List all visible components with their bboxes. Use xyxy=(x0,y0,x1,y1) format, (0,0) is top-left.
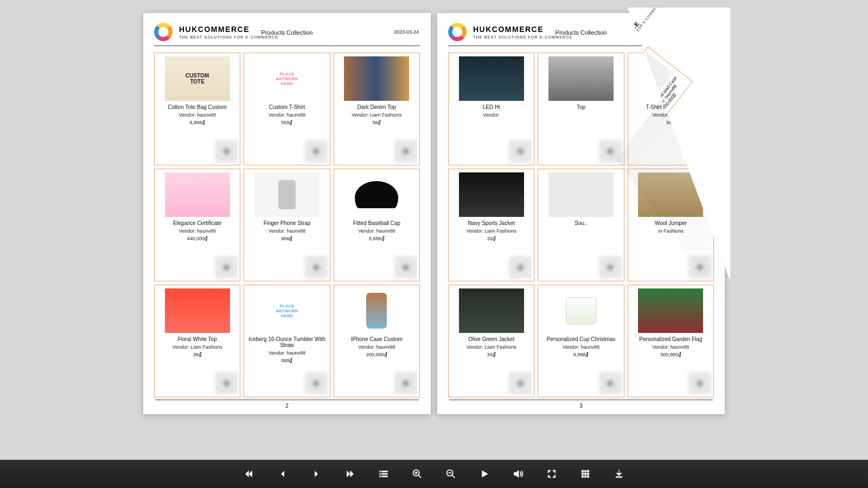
zoom-out-button[interactable] xyxy=(443,466,458,481)
product-card[interactable]: Navy Sports Jacket Vendor: Liam Fashions… xyxy=(448,169,534,281)
product-vendor: Vendor: haunv88 xyxy=(179,228,216,234)
product-card[interactable]: Fitted Baseball Cap Vendor: haunv88 8,88… xyxy=(334,169,420,281)
add-icon[interactable] xyxy=(509,256,532,279)
toc-button[interactable] xyxy=(376,466,391,481)
product-vendor: Vendor: haunv88 xyxy=(358,344,395,350)
product-vendor: Vendor: haunv88 xyxy=(269,228,305,234)
product-thumb xyxy=(638,172,703,217)
page-number: 2 xyxy=(155,400,419,409)
add-icon[interactable] xyxy=(599,140,622,163)
product-vendor: m Fashions xyxy=(658,228,684,234)
product-title: Dark Denim Top xyxy=(358,104,397,110)
product-title: Floral White Top xyxy=(178,336,217,342)
product-card[interactable]: Personalized Garden Flag Vendor: haunv88… xyxy=(628,285,714,397)
product-title: T-Shirt Product Base xyxy=(646,104,695,110)
next-page-button[interactable] xyxy=(309,466,324,481)
add-icon[interactable] xyxy=(215,256,238,279)
product-card[interactable]: Cotton Tote Bag Custom Vendor: haunv88 8… xyxy=(154,53,240,165)
product-vendor: Vendor: haunv88 xyxy=(652,344,689,350)
product-vendor: Vendor: xyxy=(483,112,500,118)
product-price: 555₫ xyxy=(281,120,292,125)
product-price: 39₫ xyxy=(372,120,381,125)
product-vendor: Vendor: haunv88 xyxy=(179,112,216,118)
product-price: 888₫ xyxy=(281,358,292,363)
last-page-button[interactable] xyxy=(342,466,358,481)
product-title: Top xyxy=(577,104,585,110)
product-thumb xyxy=(344,288,409,333)
add-icon[interactable] xyxy=(688,256,711,279)
product-vendor: Vendor: Liam Fashions xyxy=(467,228,516,234)
product-price: 8,888₫ xyxy=(189,120,205,125)
section-title: Products Collection xyxy=(437,29,725,36)
add-icon[interactable] xyxy=(215,140,238,163)
product-price: 8,888₫ xyxy=(369,236,385,241)
add-icon[interactable] xyxy=(305,256,328,279)
product-card[interactable]: Top xyxy=(538,53,624,165)
prev-page-button[interactable] xyxy=(275,466,290,481)
product-price: 33₫ xyxy=(487,236,496,241)
first-page-button[interactable] xyxy=(241,466,257,481)
product-title: Personalized Garden Flag xyxy=(639,336,702,342)
product-title: Olive Green Jacket xyxy=(468,336,514,342)
add-icon[interactable] xyxy=(305,140,328,163)
add-icon[interactable] xyxy=(394,372,417,395)
product-card[interactable]: Wool Jumper m Fashions xyxy=(628,169,714,281)
add-icon[interactable] xyxy=(599,372,622,395)
product-vendor: Vendor: haunv88 xyxy=(652,112,689,118)
download-button[interactable] xyxy=(611,466,627,481)
add-icon[interactable] xyxy=(305,372,328,395)
product-vendor: Vendor: haunv88 xyxy=(358,228,395,234)
product-title: IPhone Case Custom xyxy=(351,336,403,342)
sound-button[interactable] xyxy=(510,466,526,481)
product-title: LED Hi xyxy=(483,104,500,110)
product-thumb xyxy=(344,172,409,217)
product-price: 8,888₫ xyxy=(573,352,589,357)
product-thumb xyxy=(165,288,230,333)
product-price: 34₫ xyxy=(487,352,496,357)
product-card[interactable]: Personalized Cup Christmas Vendor: haunv… xyxy=(538,285,624,397)
add-icon[interactable] xyxy=(509,372,532,395)
product-price: 200,000₫ xyxy=(366,352,387,357)
product-thumb xyxy=(459,56,524,101)
add-icon[interactable] xyxy=(688,372,711,395)
product-card[interactable]: Floral White Top Vendor: Liam Fashions 3… xyxy=(154,285,240,397)
product-thumb xyxy=(459,172,524,217)
page-left: HUKCOMMERCE THE BEST SOLUTIONS FOR E-COM… xyxy=(143,13,431,414)
product-price: 300,000₫ xyxy=(660,352,681,357)
product-card[interactable]: Custom T-Shirt Vendor: haunv88 555₫ xyxy=(244,53,330,165)
product-price: 440,000₫ xyxy=(187,236,208,241)
product-card[interactable]: LED Hi Vendor: xyxy=(448,53,534,165)
product-title: Personalized Cup Christmas xyxy=(547,336,616,342)
page-number: 3 xyxy=(449,400,713,409)
add-icon[interactable] xyxy=(215,372,238,395)
add-icon[interactable] xyxy=(394,256,417,279)
viewer-stage: HUKCOMMERCE THE BEST SOLUTIONS FOR E-COM… xyxy=(0,0,868,488)
zoom-in-button[interactable] xyxy=(410,466,425,481)
product-grid: LED Hi Vendor: Top T-Shirt Product Base … xyxy=(448,53,714,397)
product-vendor: Vendor: haunv88 xyxy=(269,112,305,118)
product-card[interactable]: IPhone Case Custom Vendor: haunv88 200,0… xyxy=(334,285,420,397)
product-title: Finger Phone Strap xyxy=(264,220,311,226)
product-card[interactable]: Elegance Certificate Vendor: haunv88 440… xyxy=(154,169,240,281)
fullscreen-button[interactable] xyxy=(544,466,559,481)
page-date: 2023-03-24 xyxy=(688,29,713,35)
play-button[interactable] xyxy=(477,466,492,481)
section-title: Products Collection xyxy=(143,29,431,36)
add-icon[interactable] xyxy=(688,140,711,163)
product-card[interactable]: Olive Green Jacket Vendor: Liam Fashions… xyxy=(448,285,534,397)
product-thumb xyxy=(165,172,230,217)
add-icon[interactable] xyxy=(509,140,532,163)
product-price: 56₫ xyxy=(666,120,675,125)
product-card[interactable]: Sou.. xyxy=(538,169,624,281)
product-title: Wool Jumper xyxy=(655,220,687,226)
product-title: Sou.. xyxy=(575,220,587,226)
thumbnails-button[interactable] xyxy=(578,466,593,481)
product-card[interactable]: Iceberg 16-Ounce Tumbler With Straw Vend… xyxy=(244,285,330,397)
add-icon[interactable] xyxy=(394,140,417,163)
product-price: 36₫ xyxy=(193,352,202,357)
product-card[interactable]: T-Shirt Product Base Vendor: haunv88 56₫ xyxy=(628,53,714,165)
product-card[interactable]: Dark Denim Top Vendor: Liam Fashions 39₫ xyxy=(334,53,420,165)
add-icon[interactable] xyxy=(599,256,622,279)
product-thumb xyxy=(548,172,614,217)
product-card[interactable]: Finger Phone Strap Vendor: haunv88 666₫ xyxy=(244,169,330,281)
